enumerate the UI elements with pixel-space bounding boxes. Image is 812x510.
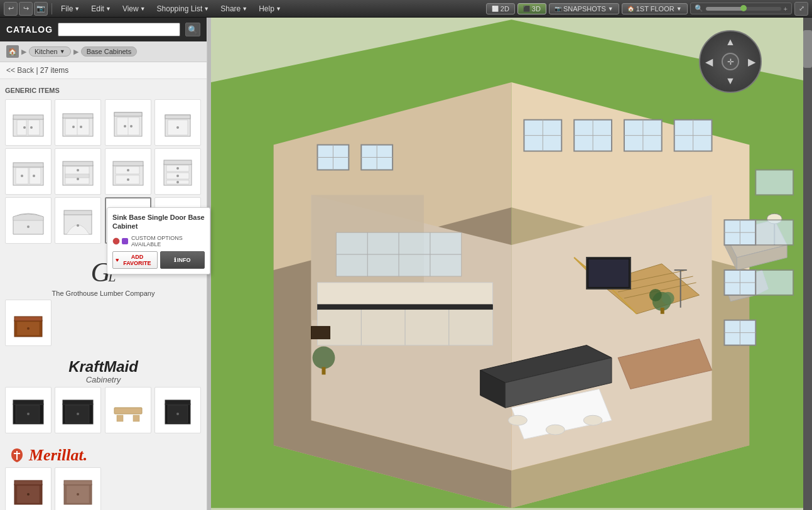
grothouse-company-name: The Grothouse Lumber Company xyxy=(8,290,199,297)
scrollbar-thumb[interactable] xyxy=(803,30,812,68)
kraftmaid-item-3[interactable] xyxy=(105,387,151,433)
back-link[interactable]: << Back xyxy=(6,66,34,75)
chevron-down-icon: ▼ xyxy=(60,48,65,55)
svg-point-39 xyxy=(127,178,129,181)
add-favorite-button[interactable]: ♥ ADD FAVORITE xyxy=(112,251,158,269)
svg-rect-81 xyxy=(165,400,190,404)
svg-point-63 xyxy=(113,238,119,244)
svg-rect-173 xyxy=(322,367,325,374)
tooltip-custom-options: CUSTOM OPTIONS AVAILABLE xyxy=(112,235,205,247)
svg-rect-175 xyxy=(588,259,629,287)
grothouse-items-grid xyxy=(5,300,202,346)
catalog-content: GENERIC ITEMS xyxy=(0,79,207,510)
svg-point-151 xyxy=(546,425,565,435)
menu-help[interactable]: Help ▼ xyxy=(254,3,286,14)
breadcrumb: 🏠 ▶ Kitchen ▼ ▶ Base Cabinets xyxy=(0,41,207,62)
svg-rect-78 xyxy=(117,415,123,421)
svg-rect-169 xyxy=(755,220,793,245)
kraftmaid-item-2[interactable] xyxy=(55,387,101,433)
nav-down-button[interactable]: ▼ xyxy=(725,75,735,87)
svg-point-87 xyxy=(27,493,30,496)
svg-rect-89 xyxy=(64,480,92,485)
catalog-item-6[interactable] xyxy=(55,148,101,195)
menu-view[interactable]: View ▼ xyxy=(117,3,151,14)
kraftmaid-item-4[interactable] xyxy=(154,387,201,433)
nav-cross-icon: ✛ xyxy=(727,57,734,67)
breadcrumb-kitchen-button[interactable]: Kitchen ▼ xyxy=(29,46,71,57)
catalog-item-3[interactable] xyxy=(105,99,151,146)
zoom-out-icon[interactable]: 🔍 xyxy=(695,4,703,13)
merillat-items-grid xyxy=(5,467,202,510)
search-button[interactable]: 🔍 xyxy=(185,23,200,36)
merillat-item-2[interactable] xyxy=(55,467,101,510)
back-bar: << Back | 27 items xyxy=(0,62,207,79)
svg-rect-29 xyxy=(63,161,93,166)
svg-point-156 xyxy=(649,289,662,301)
generic-items-title: GENERIC ITEMS xyxy=(5,87,202,94)
svg-rect-1 xyxy=(13,115,43,119)
tooltip-buttons: ♥ ADD FAVORITE ℹ INFO xyxy=(112,251,205,269)
nav-left-button[interactable]: ◀ xyxy=(705,56,713,68)
catalog-title: CATALOG xyxy=(6,24,53,35)
svg-rect-35 xyxy=(113,161,143,166)
main-layout: CATALOG 🔍 🏠 ▶ Kitchen ▼ ▶ Base Cabinets … xyxy=(0,18,812,510)
catalog-search-input[interactable] xyxy=(58,23,180,36)
merillat-brand: Merillat. xyxy=(5,441,202,467)
breadcrumb-home-button[interactable]: 🏠 xyxy=(6,45,19,58)
catalog-item-10[interactable] xyxy=(55,197,101,244)
breadcrumb-arrow: ▶ xyxy=(21,48,26,56)
toolbar-right: ⬜ 2D ⬛ 3D 📷 SNAPSHOTS ▼ 🏠 1ST FLOOR ▼ 🔍 … xyxy=(486,2,808,16)
catalog-item-2[interactable] xyxy=(55,99,101,146)
svg-point-76 xyxy=(77,413,79,415)
zoom-slider[interactable] xyxy=(706,7,781,11)
catalog-item-9[interactable] xyxy=(5,197,51,244)
merillat-item-1[interactable] xyxy=(5,467,51,510)
svg-point-83 xyxy=(176,413,179,415)
chevron-down-icon: ▼ xyxy=(140,6,146,12)
merillat-logo-text: Merillat. xyxy=(29,446,87,465)
nav-right-button[interactable]: ▶ xyxy=(748,56,755,68)
fullscreen-button[interactable]: ⤢ xyxy=(794,2,808,16)
toolbar: ↩ ↪ 📷 File ▼ Edit ▼ View ▼ Shopping List… xyxy=(0,0,812,18)
catalog-item-7[interactable] xyxy=(105,148,151,195)
menu-share[interactable]: Share ▼ xyxy=(215,3,252,14)
svg-rect-120 xyxy=(317,283,492,308)
kraftmaid-items-grid xyxy=(5,387,202,433)
tooltip-title: Sink Base Single Door Base Cabinet xyxy=(112,213,205,231)
redo-button[interactable]: ↪ xyxy=(19,2,33,16)
menu-edit[interactable]: Edit ▼ xyxy=(86,3,116,14)
vertical-scrollbar[interactable] xyxy=(803,18,812,510)
catalog-item-8[interactable] xyxy=(154,148,201,195)
catalog-item-1[interactable] xyxy=(5,99,51,146)
floor-button[interactable]: 🏠 1ST FLOOR ▼ xyxy=(622,3,688,14)
svg-point-172 xyxy=(312,347,335,369)
zoom-in-icon[interactable]: + xyxy=(784,5,788,13)
catalog-item-4[interactable] xyxy=(154,99,201,146)
snapshots-button[interactable]: 📷 SNAPSHOTS ▼ xyxy=(549,3,619,14)
undo-button[interactable]: ↩ xyxy=(4,2,18,16)
menu-file[interactable]: File ▼ xyxy=(56,3,85,14)
kraftmaid-sub: Cabinetry xyxy=(8,375,199,384)
zoom-control[interactable]: 🔍 + xyxy=(690,3,792,14)
menu-shopping-list[interactable]: Shopping List ▼ xyxy=(152,3,215,14)
info-button[interactable]: ℹ INFO xyxy=(160,251,205,269)
chevron-down-icon: ▼ xyxy=(242,6,247,12)
catalog-item-5[interactable] xyxy=(5,148,51,195)
grothouse-item-1[interactable] xyxy=(5,300,51,346)
breadcrumb-base-cabinets[interactable]: Base Cabinets xyxy=(81,46,138,57)
svg-point-32 xyxy=(77,169,79,171)
info-icon: ℹ xyxy=(174,257,176,263)
separator-1 xyxy=(51,3,52,14)
view-2d-button[interactable]: ⬜ 2D xyxy=(486,3,515,14)
svg-rect-79 xyxy=(133,415,139,421)
svg-rect-85 xyxy=(14,480,42,485)
kraftmaid-item-1[interactable] xyxy=(5,387,51,433)
view-3d-button[interactable]: ⬛ 3D xyxy=(517,3,546,14)
breadcrumb-arrow-2: ▶ xyxy=(73,48,78,56)
heart-icon: ♥ xyxy=(116,257,119,263)
nav-center-button[interactable]: ✛ xyxy=(722,53,739,70)
canvas-area[interactable]: ▲ ▼ ◀ ▶ ✛ xyxy=(211,18,812,510)
camera-button[interactable]: 📷 xyxy=(34,2,48,16)
svg-rect-77 xyxy=(114,408,142,414)
nav-up-button[interactable]: ▲ xyxy=(725,36,735,48)
